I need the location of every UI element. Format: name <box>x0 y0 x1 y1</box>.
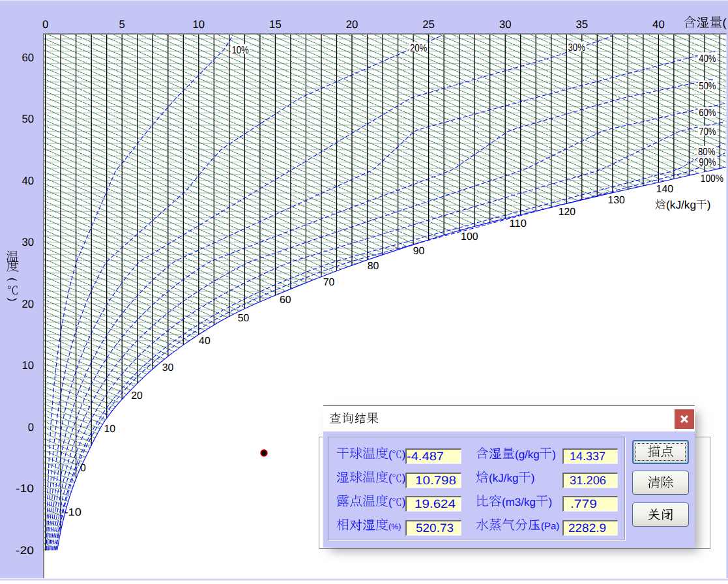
svg-text:30%: 30% <box>568 42 585 53</box>
svg-text:35: 35 <box>576 18 589 31</box>
svg-text:20%: 20% <box>410 43 427 54</box>
svg-text:40: 40 <box>199 336 211 347</box>
svg-text:90: 90 <box>413 246 425 257</box>
svg-text:50: 50 <box>238 313 250 324</box>
svg-text:(: ( <box>723 16 727 29</box>
svg-text:30: 30 <box>162 362 174 373</box>
svg-text:60%: 60% <box>699 108 716 119</box>
svg-text:100%: 100% <box>701 173 723 184</box>
svg-text:90%: 90% <box>699 157 716 168</box>
svg-text:40%: 40% <box>699 53 716 65</box>
svg-text:(: ( <box>7 278 18 282</box>
svg-text:120: 120 <box>559 207 575 218</box>
svg-text:-10: -10 <box>65 507 82 518</box>
svg-text:): ) <box>707 198 711 211</box>
svg-text:0: 0 <box>80 463 86 474</box>
svg-text:40: 40 <box>652 18 665 31</box>
svg-text:70%: 70% <box>699 126 716 138</box>
svg-text:70: 70 <box>323 277 335 288</box>
svg-text:100: 100 <box>461 231 478 242</box>
svg-text:10: 10 <box>193 18 205 31</box>
svg-text:15: 15 <box>269 18 282 31</box>
svg-text:20: 20 <box>131 390 143 402</box>
svg-text:30: 30 <box>499 18 512 31</box>
svg-text:50%: 50% <box>699 81 716 92</box>
svg-text:0: 0 <box>28 421 34 433</box>
svg-text:20: 20 <box>346 18 358 31</box>
svg-text:140: 140 <box>656 184 673 195</box>
svg-text:0: 0 <box>42 18 48 31</box>
svg-text:10: 10 <box>22 359 34 372</box>
svg-text:50: 50 <box>22 113 34 125</box>
svg-text:60: 60 <box>22 51 34 64</box>
svg-text:-20: -20 <box>16 544 34 557</box>
svg-text:110: 110 <box>510 218 527 229</box>
svg-text:40: 40 <box>22 175 34 187</box>
svg-text:25: 25 <box>422 18 435 31</box>
svg-text:60: 60 <box>280 295 291 306</box>
svg-text:-10: -10 <box>16 482 34 495</box>
svg-text:20: 20 <box>22 298 34 310</box>
svg-text:10%: 10% <box>231 45 248 56</box>
svg-text:80%: 80% <box>698 147 715 158</box>
svg-text:): ) <box>7 298 18 301</box>
svg-text:80: 80 <box>368 261 379 272</box>
svg-text:10: 10 <box>104 424 115 435</box>
svg-text:5: 5 <box>119 18 125 31</box>
svg-text:130: 130 <box>608 195 625 206</box>
svg-text:30: 30 <box>22 236 34 248</box>
svg-text:(kJ/kg: (kJ/kg <box>666 198 696 211</box>
